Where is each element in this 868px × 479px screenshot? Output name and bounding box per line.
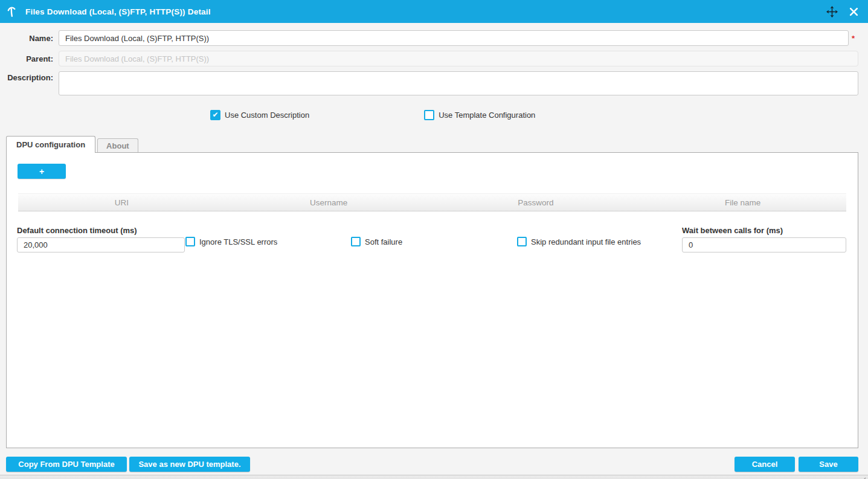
column-header-uri: URI xyxy=(18,198,225,207)
dialog-footer: Copy From DPU Template Save as new DPU t… xyxy=(0,457,868,472)
parent-row: Parent: xyxy=(0,51,868,66)
column-header-username: Username xyxy=(225,198,432,207)
use-template-configuration-option: Use Template Configuration xyxy=(424,110,535,120)
parent-input xyxy=(59,51,858,66)
wait-between-calls-input[interactable] xyxy=(682,237,846,252)
tab-about-label: About xyxy=(106,141,129,150)
use-template-configuration-checkbox[interactable] xyxy=(424,110,434,120)
tab-dpu-configuration-label: DPU configuration xyxy=(16,140,85,149)
copy-from-dpu-template-button[interactable]: Copy From DPU Template xyxy=(6,457,127,472)
name-input[interactable] xyxy=(59,30,849,46)
column-header-file-name: File name xyxy=(639,198,846,207)
cancel-button[interactable]: Cancel xyxy=(735,457,795,472)
description-label: Description: xyxy=(0,73,53,82)
column-header-password: Password xyxy=(432,198,640,207)
dpu-options-row: Default connection timeout (ms) Ignore T… xyxy=(7,226,858,256)
use-template-configuration-label: Use Template Configuration xyxy=(439,111,535,120)
download-table-header: URI Username Password File name xyxy=(18,193,846,211)
connection-timeout-input[interactable] xyxy=(17,237,185,252)
description-textarea[interactable] xyxy=(59,71,858,95)
move-icon[interactable] xyxy=(826,5,838,18)
ignore-tls-ssl-label: Ignore TLS/SSL errors xyxy=(199,237,277,246)
wait-between-calls-label: Wait between calls for (ms) xyxy=(682,226,846,235)
skip-redundant-entries-label: Skip redundant input file entries xyxy=(531,237,641,246)
wait-between-calls-field: Wait between calls for (ms) xyxy=(682,226,846,252)
skip-redundant-entries-option: Skip redundant input file entries xyxy=(517,237,641,246)
app-logo-icon xyxy=(7,5,19,18)
add-row-button[interactable]: + xyxy=(18,164,66,179)
save-button[interactable]: Save xyxy=(799,457,858,472)
ignore-tls-ssl-option: Ignore TLS/SSL errors xyxy=(185,237,277,246)
tab-about[interactable]: About xyxy=(97,138,138,152)
use-custom-description-label: Use Custom Description xyxy=(225,111,309,120)
dialog-titlebar: Files Download (Local, (S)FTP, HTTP(S)) … xyxy=(0,0,868,23)
close-icon[interactable] xyxy=(847,5,860,18)
dialog-title: Files Download (Local, (S)FTP, HTTP(S)) … xyxy=(25,7,211,16)
parent-label: Parent: xyxy=(0,54,53,63)
soft-failure-label: Soft failure xyxy=(365,237,402,246)
dialog-body: Name: * Parent: Description: Use Custom … xyxy=(0,23,868,479)
dpu-configuration-panel: + URI Username Password File name Defaul… xyxy=(6,152,858,448)
use-custom-description-checkbox[interactable] xyxy=(210,110,220,120)
required-asterisk: * xyxy=(852,34,855,43)
status-bar xyxy=(0,475,868,479)
ignore-tls-ssl-checkbox[interactable] xyxy=(185,237,195,246)
tab-dpu-configuration[interactable]: DPU configuration xyxy=(6,136,95,153)
soft-failure-checkbox[interactable] xyxy=(351,237,361,246)
name-row: Name: * xyxy=(0,30,868,46)
description-row: Description: xyxy=(0,71,868,95)
description-options-row: Use Custom Description Use Template Conf… xyxy=(0,109,868,121)
name-label: Name: xyxy=(0,34,53,43)
tab-bar: DPU configuration About xyxy=(0,135,868,152)
use-custom-description-option: Use Custom Description xyxy=(210,110,309,120)
connection-timeout-label: Default connection timeout (ms) xyxy=(17,226,185,235)
save-as-new-dpu-template-button[interactable]: Save as new DPU template. xyxy=(129,457,250,472)
soft-failure-option: Soft failure xyxy=(351,237,402,246)
connection-timeout-field: Default connection timeout (ms) xyxy=(17,226,185,252)
skip-redundant-entries-checkbox[interactable] xyxy=(517,237,527,246)
